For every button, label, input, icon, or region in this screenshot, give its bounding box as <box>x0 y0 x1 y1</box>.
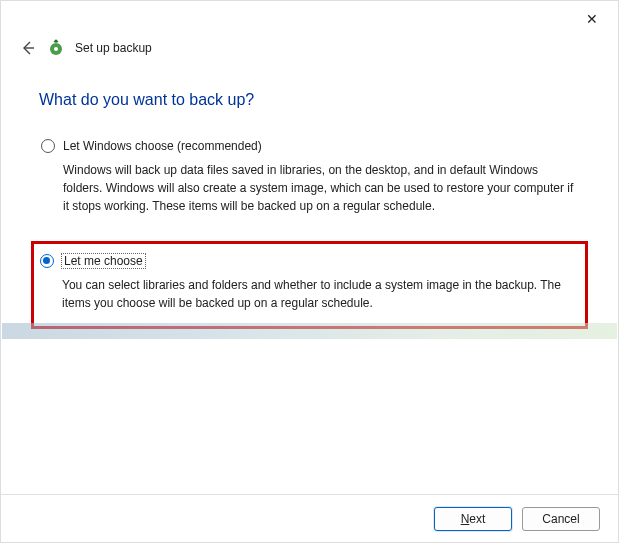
backup-icon <box>47 39 65 57</box>
radio-checked-icon[interactable] <box>40 254 54 268</box>
option-head: Let Windows choose (recommended) <box>41 139 578 153</box>
option-head: Let me choose <box>40 254 579 268</box>
content-area: What do you want to back up? Let Windows… <box>1 67 618 329</box>
option-label-auto: Let Windows choose (recommended) <box>63 139 262 153</box>
option-let-windows-choose[interactable]: Let Windows choose (recommended) Windows… <box>39 135 580 219</box>
titlebar: ✕ <box>1 1 618 37</box>
close-button[interactable]: ✕ <box>580 7 604 31</box>
back-arrow-icon[interactable] <box>19 39 37 57</box>
header-title: Set up backup <box>75 41 152 55</box>
svg-point-2 <box>54 47 58 51</box>
next-button[interactable]: Next <box>434 507 512 531</box>
cancel-button[interactable]: Cancel <box>522 507 600 531</box>
option-let-me-choose[interactable]: Let me choose You can select libraries a… <box>31 241 588 329</box>
option-desc-manual: You can select libraries and folders and… <box>40 276 579 312</box>
page-heading: What do you want to back up? <box>39 91 580 109</box>
footer: Next Cancel <box>1 494 618 542</box>
option-desc-auto: Windows will back up data files saved in… <box>41 161 578 215</box>
option-label-manual: Let me choose <box>62 254 145 268</box>
radio-unchecked-icon[interactable] <box>41 139 55 153</box>
header-row: Set up backup <box>1 37 618 67</box>
decorative-band <box>2 323 617 339</box>
